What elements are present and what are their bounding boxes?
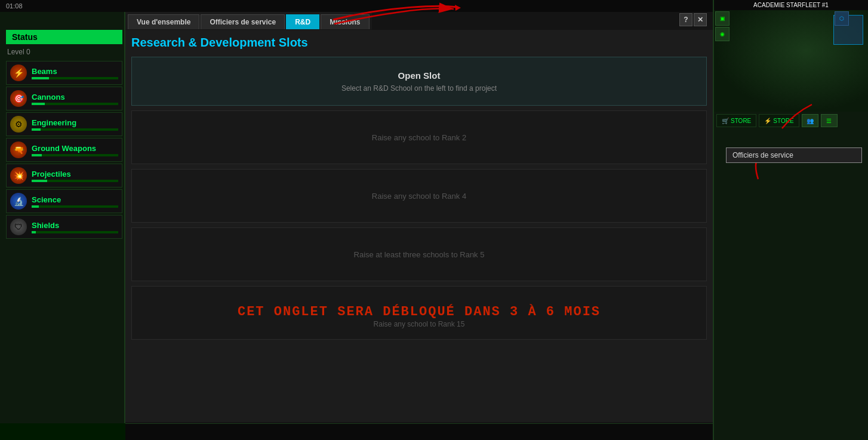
slot-3-message: Raise any school to Rank 4 xyxy=(372,192,466,201)
minimap-detail-1: ⬡ xyxy=(835,11,849,26)
store-icon-1: 🛒 xyxy=(722,118,729,124)
shields-text: Shields xyxy=(32,221,118,233)
nav-tabs: Vue d'ensemble Officiers de service R&D … xyxy=(125,12,372,29)
store-icon-2: ⚡ xyxy=(764,118,771,124)
right-panel: ACADEMIE STARFLEET #1 ▣ ◉ ⬡ 🛒 STORE ⚡ ST… xyxy=(713,0,868,440)
cannons-bar-fill xyxy=(32,103,45,105)
shields-icon: 🛡 xyxy=(10,219,27,235)
close-button[interactable]: ✕ xyxy=(694,13,707,26)
status-label: Status xyxy=(6,30,122,44)
tooltip-text: Officiers de service xyxy=(732,151,793,159)
ground-bar xyxy=(32,154,118,156)
store-button-2[interactable]: ⚡ STORE xyxy=(759,114,799,127)
projectiles-text: Projectiles xyxy=(32,170,118,182)
beams-label: Beams xyxy=(32,67,118,76)
science-text: Science xyxy=(32,195,118,208)
engineering-icon: ⚙ xyxy=(10,116,27,133)
slot-3-locked: Raise any school to Rank 4 xyxy=(131,169,707,223)
shields-bar xyxy=(32,231,118,233)
sidebar-item-ground-weapons[interactable]: 🔫 Ground Weapons xyxy=(6,138,122,162)
cannons-icon: 🎯 xyxy=(10,90,27,107)
bottom-left-bar xyxy=(0,423,125,440)
shields-label: Shields xyxy=(32,221,118,230)
time-display: 01:08 xyxy=(6,2,23,10)
slot-4-locked: Raise at least three schools to Rank 5 xyxy=(131,227,707,281)
science-bar xyxy=(32,205,118,208)
ground-weapons-label: Ground Weapons xyxy=(32,144,118,153)
tab-vue[interactable]: Vue d'ensemble xyxy=(128,14,199,29)
right-icon-menu[interactable]: ☰ xyxy=(821,114,838,127)
tooltip-officiers: Officiers de service xyxy=(726,147,862,163)
minimap: ▣ ◉ ⬡ xyxy=(714,10,868,112)
sidebar-item-shields[interactable]: 🛡 Shields xyxy=(6,215,122,239)
engineering-bar xyxy=(32,128,118,131)
cannons-label: Cannons xyxy=(32,93,118,101)
slot-4-message: Raise at least three schools to Rank 5 xyxy=(354,250,485,259)
engineering-text: Engineering xyxy=(32,118,118,131)
projectiles-bar-fill xyxy=(32,180,47,182)
slot-5-locked: CET ONGLET SERA DÉBLOQUÉ DANS 3 À 6 MOIS… xyxy=(131,286,707,340)
right-panel-title: ACADEMIE STARFLEET #1 xyxy=(714,0,868,10)
beams-icon: ⚡ xyxy=(10,64,27,81)
top-bar: 01:08 xyxy=(0,0,713,12)
slot-5-message: Raise any school to Rank 15 xyxy=(374,320,465,328)
cannons-text: Cannons xyxy=(32,93,118,105)
sidebar-item-cannons[interactable]: 🎯 Cannons xyxy=(6,87,122,110)
projectiles-icon: 💥 xyxy=(10,167,27,184)
beams-bar xyxy=(32,77,118,79)
projectiles-label: Projectiles xyxy=(32,170,118,179)
sidebar-item-science[interactable]: 🔬 Science xyxy=(6,189,122,213)
shields-bar-fill xyxy=(32,231,36,233)
tab-officiers[interactable]: Officiers de service xyxy=(201,14,285,29)
beams-text: Beams xyxy=(32,67,118,79)
science-icon: 🔬 xyxy=(10,193,27,210)
sidebar: Status Level 0 ⚡ Beams 🎯 Cannons ⚙ Engin… xyxy=(6,30,122,241)
sidebar-item-beams[interactable]: ⚡ Beams xyxy=(6,61,122,85)
cannons-bar xyxy=(32,103,118,105)
sidebar-item-engineering[interactable]: ⚙ Engineering xyxy=(6,112,122,136)
slot-1-subtitle: Select an R&D School on the left to find… xyxy=(341,84,497,93)
academy-title: ACADEMIE STARFLEET #1 xyxy=(753,2,829,8)
store-label-1: STORE xyxy=(731,118,751,124)
ground-weapons-icon: 🔫 xyxy=(10,141,27,158)
slot-2-message: Raise any school to Rank 2 xyxy=(372,133,466,142)
help-button[interactable]: ? xyxy=(679,13,692,26)
store-row: 🛒 STORE ⚡ STORE 👥 ☰ xyxy=(714,112,868,130)
nav-controls: ? ✕ xyxy=(679,13,707,26)
ground-bar-fill xyxy=(32,154,42,156)
science-bar-fill xyxy=(32,205,39,208)
slot-1-title: Open Slot xyxy=(398,70,441,81)
ground-weapons-text: Ground Weapons xyxy=(32,144,118,156)
minimap-icon-1[interactable]: ▣ xyxy=(715,11,730,26)
sidebar-item-projectiles[interactable]: 💥 Projectiles xyxy=(6,164,122,187)
right-icon-people[interactable]: 👥 xyxy=(802,114,818,127)
page-title: Research & Development Slots xyxy=(131,36,707,50)
engineering-bar-fill xyxy=(32,128,41,131)
beams-bar-fill xyxy=(32,77,49,79)
store-label-2: STORE xyxy=(773,118,793,124)
science-label: Science xyxy=(32,195,118,204)
slot-1-open[interactable]: Open Slot Select an R&D School on the le… xyxy=(131,57,707,106)
tooltip-area: Officiers de service xyxy=(714,141,868,169)
engineering-label: Engineering xyxy=(32,118,118,127)
store-button-1[interactable]: 🛒 STORE xyxy=(716,114,756,127)
level-label: Level 0 xyxy=(6,48,122,56)
main-content: Research & Development Slots Open Slot S… xyxy=(125,30,713,422)
slot-5-annotation: CET ONGLET SERA DÉBLOQUÉ DANS 3 À 6 MOIS xyxy=(238,304,601,319)
slot-2-locked: Raise any school to Rank 2 xyxy=(131,110,707,164)
minimap-icon-2[interactable]: ◉ xyxy=(715,27,730,41)
projectiles-bar xyxy=(32,180,118,182)
tab-rd[interactable]: R&D xyxy=(286,14,319,29)
tab-missions[interactable]: Missions xyxy=(321,14,369,29)
